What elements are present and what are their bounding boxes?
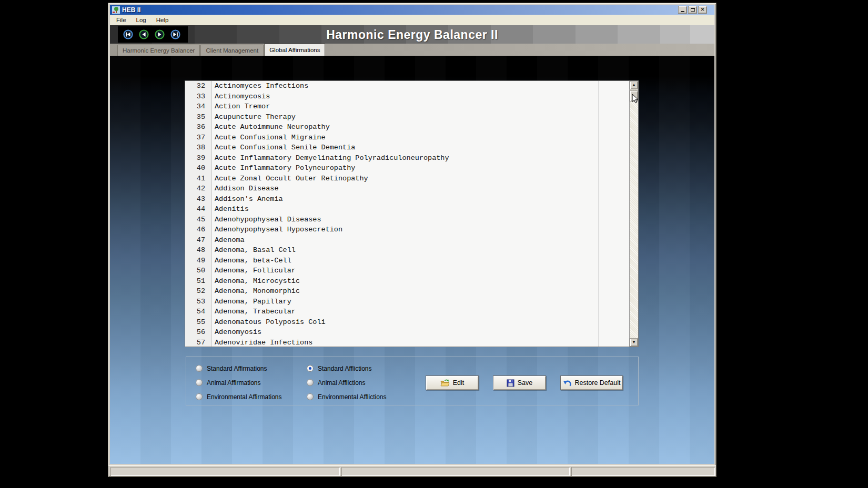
title-bar[interactable]: HEB II ✕ [110,5,714,15]
radio-icon[interactable] [307,365,314,372]
list-item-text: Addison's Anemia [211,194,283,205]
list-item[interactable]: 54Adenoma, Trabecular [185,307,638,317]
scrollbar-thumb[interactable] [630,90,638,101]
close-icon: ✕ [701,7,705,12]
radio-animal-affirmations[interactable]: Animal Affirmations [196,379,261,387]
restore-undo-icon [563,379,572,387]
restore-default-button-label: Restore Default [575,379,621,387]
radio-label: Environmental Affirmations [207,393,282,401]
list-item[interactable]: 41Acute Zonal Occult Outer Retinopathy [185,174,638,184]
list-item[interactable]: 40Acute Inflammatory Polyneuropathy [185,163,638,174]
tab-harmonic-energy-balancer[interactable]: Harmonic Energy Balancer [117,45,200,56]
list-item-text: Addison Disease [211,184,279,194]
list-item-text: Adenohypophyseal Hyposecretion [211,225,342,235]
status-segment-3 [571,467,715,476]
list-item-text: Adenoviridae Infections [211,338,312,348]
status-segment-1 [110,467,340,476]
radio-standard-afflictions[interactable]: Standard Afflictions [307,364,372,372]
list-item-number: 44 [185,204,211,215]
list-item[interactable]: 37Acute Confusional Migraine [185,133,638,143]
list-item[interactable]: 35Acupuncture Therapy [185,112,638,123]
list-item[interactable]: 53Adenoma, Papillary [185,297,638,307]
radio-label: Standard Afflictions [318,365,372,372]
restore-default-button[interactable]: Restore Default [560,375,623,390]
list-item[interactable]: 47Adenoma [185,235,638,246]
radio-standard-affirmations[interactable]: Standard Affirmations [196,364,267,372]
close-button[interactable]: ✕ [698,6,707,14]
list-item[interactable]: 36Acute Autoimmune Neuropathy [185,122,638,133]
list-item[interactable]: 42Addison Disease [185,184,638,194]
list-item-text: Acute Confusional Migraine [211,133,326,143]
list-item-number: 40 [185,163,211,174]
menu-help[interactable]: Help [154,16,171,24]
list-item-number: 37 [185,133,211,143]
list-item[interactable]: 52Adenoma, Monomorphic [185,286,638,297]
menu-bar: File Log Help [110,15,714,25]
list-item[interactable]: 50Adenoma, Follicular [185,266,638,276]
list-item[interactable]: 46Adenohypophyseal Hyposecretion [185,225,638,235]
vertical-scrollbar[interactable]: ▲ ▼ [629,81,638,347]
list-item-text: Adenoma, Trabecular [211,307,296,317]
radio-icon[interactable] [307,379,314,386]
list-item-text: Acute Confusional Senile Dementia [211,143,355,153]
list-item[interactable]: 34Action Tremor [185,101,638,112]
list-item-text: Adenoma [211,235,245,246]
list-item[interactable]: 49Adenoma, beta-Cell [185,256,638,266]
list-item[interactable]: 51Adenoma, Microcystic [185,276,638,287]
options-panel: Standard Affirmations Animal Affirmation… [186,357,639,405]
window-title: HEB II [122,6,140,14]
tab-global-affirmations[interactable]: Global Affirmations [264,44,325,56]
afflictions-listbox[interactable]: 32Actinomyces Infections33Actinomycosis3… [185,80,639,347]
list-item[interactable]: 38Acute Confusional Senile Dementia [185,143,638,153]
radio-environmental-affirmations[interactable]: Environmental Affirmations [196,393,282,401]
status-bar [108,465,716,476]
affliction-list-rows: 32Actinomyces Infections33Actinomycosis3… [185,81,638,347]
list-item[interactable]: 56Adenomyosis [185,327,638,338]
menu-log[interactable]: Log [134,16,149,24]
scroll-up-button[interactable]: ▲ [630,81,638,89]
list-item-number: 41 [185,174,211,184]
maximize-button[interactable] [688,6,697,14]
tab-strip: Harmonic Energy Balancer Client Manageme… [110,44,714,56]
radio-icon[interactable] [307,393,314,400]
list-item[interactable]: 32Actinomyces Infections [185,81,638,92]
radio-icon[interactable] [196,393,203,400]
radio-animal-afflictions[interactable]: Animal Afflictions [307,379,366,387]
list-item-text: Acute Inflammatory Demyelinating Polyrad… [211,153,449,164]
list-item-number: 35 [185,112,211,123]
radio-icon[interactable] [196,379,203,386]
list-item-number: 51 [185,276,211,287]
list-item-number: 46 [185,225,211,235]
minimize-button[interactable] [678,6,687,14]
list-item-text: Actinomyces Infections [211,81,308,92]
list-item[interactable]: 55Adenomatous Polyposis Coli [185,317,638,328]
list-item[interactable]: 44Adenitis [185,204,638,215]
status-segment-2 [341,467,570,476]
list-item[interactable]: 33Actinomycosis [185,92,638,102]
radio-label: Animal Affirmations [207,379,261,387]
radio-environmental-afflictions[interactable]: Environmental Afflictions [307,393,387,401]
list-item-number: 56 [185,327,211,338]
save-button[interactable]: Save [493,375,546,390]
list-item-number: 38 [185,143,211,153]
list-item[interactable]: 48Adenoma, Basal Cell [185,245,638,256]
list-item-number: 50 [185,266,211,276]
list-item-text: Adenomatous Polyposis Coli [211,317,326,328]
list-item-text: Adenomyosis [211,327,261,338]
tab-client-management[interactable]: Client Management [200,45,264,56]
scroll-down-button[interactable]: ▼ [630,338,638,347]
list-item-number: 53 [185,297,211,307]
list-item[interactable]: 39Acute Inflammatory Demyelinating Polyr… [185,153,638,164]
list-item[interactable]: 45Adenohypophyseal Diseases [185,215,638,225]
list-item-text: Action Tremor [211,101,270,112]
list-item-text: Adenoma, Basal Cell [211,245,296,256]
desktop: HEB II ✕ File Log Help [0,0,868,488]
content-area: 32Actinomyces Infections33Actinomycosis3… [110,56,714,464]
list-item[interactable]: 43Addison's Anemia [185,194,638,205]
menu-file[interactable]: File [114,16,129,24]
edit-button[interactable]: Edit [426,375,479,390]
header-band: Harmonic Energy Balancer II [110,25,714,44]
radio-icon[interactable] [196,365,203,372]
list-item-text: Acupuncture Therapy [211,112,296,123]
list-item[interactable]: 57Adenoviridae Infections [185,338,638,348]
